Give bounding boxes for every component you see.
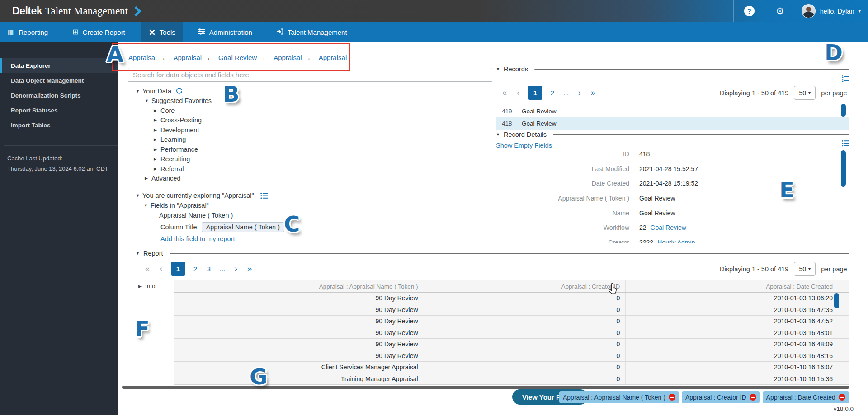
caret-right-icon[interactable] [154,157,160,161]
creator-value-link[interactable]: Hourly Admin [657,239,695,243]
nav-create-report[interactable]: ⊞ Create Report [65,22,133,42]
next-page-button[interactable] [232,264,240,274]
record-details-scrollbar[interactable] [841,150,846,187]
breadcrumb-link[interactable]: Appraisal [319,54,347,61]
last-page-button[interactable] [590,88,597,98]
breadcrumb-link[interactable]: Appraisal [174,54,202,61]
report-page-2[interactable]: 2 [192,265,199,273]
sidebar-item-denormalization-scripts[interactable]: Denormalization Scripts [0,88,118,103]
caret-right-icon[interactable] [145,176,151,181]
nav-talent-management[interactable]: Talent Management [269,22,355,42]
prev-page-button[interactable] [514,88,522,98]
first-page-button[interactable] [144,264,151,274]
caret-right-icon[interactable] [154,137,160,142]
field-name[interactable]: Appraisal Name ( Token ) [159,212,233,219]
workflow-value-link[interactable]: Goal Review [651,224,686,231]
table-row[interactable]: 90 Day Review02010-01-03 16:48:01 [174,327,849,339]
breadcrumb-link[interactable]: Appraisal [274,54,302,61]
sidebar-item-data-object-management[interactable]: Data Object Management [0,73,118,88]
gear-icon[interactable]: ⚙ [776,6,784,16]
tree-item-core[interactable]: Core [136,106,212,116]
chip-creator-id[interactable]: Appraisal : Creator ID [682,391,760,403]
tree-item-recruiting[interactable]: Recruiting [136,154,212,164]
caret-right-icon[interactable] [154,147,160,152]
records-per-page-select[interactable]: 50 [794,86,816,100]
nav-administration[interactable]: Administration [190,22,260,42]
caret-down-icon[interactable] [144,203,151,208]
numbered-list-icon[interactable]: 12 [842,75,849,82]
tree-item-cross-posting[interactable]: Cross-Posting [136,116,212,126]
table-row[interactable]: 90 Day Review02010-01-03 16:48:16 [174,350,849,362]
tree-item-performance[interactable]: Performance [136,145,212,154]
list-icon[interactable] [842,140,849,147]
remove-field-icon[interactable] [669,394,675,401]
column-title-value[interactable]: Appraisal Name ( Token ) [202,222,284,232]
table-row[interactable]: 90 Day Review02010-01-03 16:48:09 [174,339,849,350]
report-table-scrollbar[interactable] [834,293,839,308]
record-list-item-selected[interactable]: 418 Goal Review [496,117,849,130]
tree-item-advanced[interactable]: Advanced [136,174,212,184]
column-header-date-created[interactable]: Appraisal : Date Created [626,280,849,292]
record-list-item[interactable]: 419 Goal Review [496,105,849,117]
tree-item-development[interactable]: Development [136,125,212,135]
tree-item-suggested-favorites[interactable]: Suggested Favorites [136,96,212,106]
sidebar-item-import-tables[interactable]: Import Tables [0,118,118,133]
refresh-icon[interactable] [176,88,183,94]
nav-reporting[interactable]: ▦ Reporting [0,22,56,42]
tree-item-referral[interactable]: Referral [136,164,212,174]
table-row[interactable]: 90 Day Review02010-01-03 13:06:20 [174,293,849,304]
next-page-button[interactable] [576,88,583,98]
user-menu[interactable]: hello, Dylan [802,4,861,18]
first-page-button[interactable] [501,88,508,98]
add-field-link[interactable]: Add this field to my report [160,235,235,242]
caret-down-icon[interactable] [136,193,142,198]
column-header-creator-id[interactable]: Appraisal : Creator ID [424,280,626,292]
records-scrollbar[interactable] [841,104,846,117]
remove-field-icon[interactable] [839,394,845,401]
tree-item-your-data[interactable]: Your Data [136,86,212,96]
column-header-appraisal-name[interactable]: Appraisal : Appraisal Name ( Token ) [174,280,424,292]
prev-page-button[interactable] [157,264,165,274]
currently-exploring-row[interactable]: You are currently exploring "Appraisal" [136,192,268,199]
table-row[interactable]: Training Manager Appraisal02010-01-10 16… [174,373,849,385]
report-info-toggle[interactable]: Info [138,283,156,289]
table-row[interactable]: Client Services Manager Appraisal02010-0… [174,362,849,373]
breadcrumb-link[interactable]: Appraisal [128,54,157,61]
records-page-ellipsis[interactable]: ... [562,89,570,97]
report-page-3[interactable]: 3 [205,265,212,273]
caret-right-icon[interactable] [154,167,160,171]
show-empty-fields-link[interactable]: Show Empty Fields [496,142,552,149]
report-per-page-select[interactable]: 50 [794,262,816,276]
records-page-1[interactable]: 1 [528,86,542,100]
report-page-ellipsis[interactable]: ... [219,265,226,273]
sidebar-item-report-statuses[interactable]: Report Statuses [0,103,118,118]
caret-down-icon[interactable] [136,89,142,93]
caret-right-icon[interactable] [154,118,160,122]
sidebar-item-data-explorer[interactable]: Data Explorer [0,58,118,73]
chip-appraisal-name[interactable]: Appraisal : Appraisal Name ( Token ) [559,391,679,403]
table-row[interactable]: 90 Day Review02010-01-03 16:47:52 [174,316,849,327]
last-page-button[interactable] [246,264,253,274]
caret-down-icon[interactable] [496,132,503,137]
table-row[interactable]: 90 Day Review02010-01-03 16:47:35 [174,304,849,316]
caret-down-icon[interactable] [145,98,151,103]
chip-date-created[interactable]: Appraisal : Date Created [763,391,849,403]
breadcrumb-link[interactable]: Goal Review [218,54,257,61]
caret-right-icon[interactable] [154,108,160,113]
caret-right-icon[interactable] [154,128,160,132]
creator-label-link[interactable]: Creator [496,239,629,243]
tree-item-learning[interactable]: Learning [136,135,212,145]
caret-down-icon[interactable] [496,67,503,71]
records-page-2[interactable]: 2 [549,89,556,97]
caret-down-icon[interactable] [136,251,142,256]
avatar[interactable] [802,4,816,18]
remove-field-icon[interactable] [750,394,756,401]
nav-tools[interactable]: Tools [141,22,183,42]
caret-right-icon[interactable] [138,284,145,289]
list-icon[interactable] [260,192,268,199]
help-icon[interactable]: ? [744,6,755,16]
horizontal-scrollbar[interactable] [122,386,849,389]
fields-in-appraisal-row[interactable]: Fields in "Appraisal" [144,202,209,209]
report-page-1[interactable]: 1 [171,262,185,276]
workflow-label-link[interactable]: Workflow [496,224,629,231]
